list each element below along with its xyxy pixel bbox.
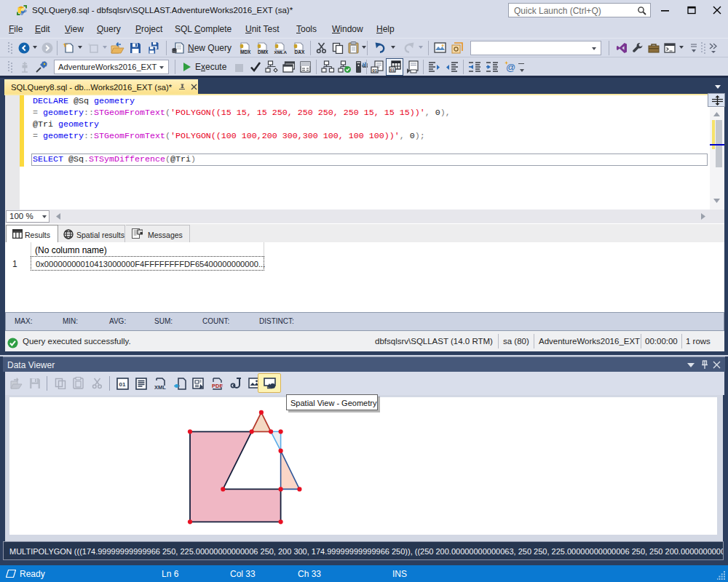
svg-text:XMLA: XMLA: [274, 49, 288, 55]
svg-text:MDX: MDX: [240, 49, 251, 55]
svg-text:01: 01: [373, 68, 378, 73]
svg-text:DAX: DAX: [295, 49, 305, 55]
svg-text:XML: XML: [154, 384, 166, 391]
svg-text:PDF: PDF: [212, 383, 223, 389]
svg-text:01: 01: [119, 381, 126, 388]
svg-text:@: @: [506, 62, 515, 73]
svg-text:01: 01: [390, 68, 395, 72]
svg-text:DMX: DMX: [258, 49, 269, 55]
